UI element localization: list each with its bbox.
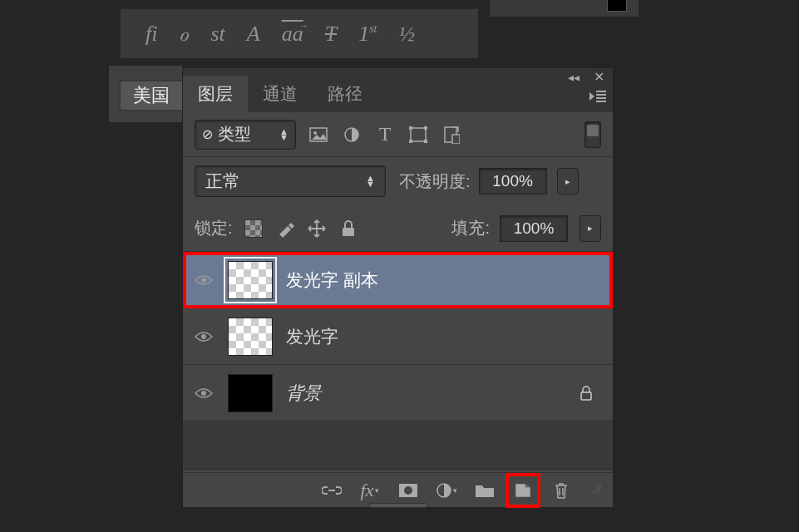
layer-lock-icon[interactable] (580, 386, 593, 401)
opacity-input[interactable]: 100% (479, 168, 547, 195)
ligature-st-icon[interactable]: st (210, 22, 224, 47)
layer-name[interactable]: 发光字 (286, 325, 601, 348)
svg-point-12 (201, 334, 206, 339)
layer-group-icon[interactable] (473, 479, 496, 502)
layer-row[interactable]: 发光字 副本 (183, 252, 613, 308)
layer-name[interactable]: 发光字 副本 (286, 268, 601, 292)
resize-grip-icon[interactable] (591, 484, 604, 497)
panel-footer: fx▾ ▾ (183, 472, 613, 507)
lock-transparency-icon[interactable] (243, 218, 264, 239)
blend-opacity-row: 正常 ▲▼ 不透明度: 100% ▸ (183, 157, 613, 205)
opacity-flyout-icon[interactable]: ▸ (557, 168, 579, 195)
svg-rect-4 (409, 126, 412, 130)
blend-mode-label: 正常 (205, 170, 240, 193)
fraction-icon[interactable]: ½ (399, 22, 416, 47)
dropdown-arrows-icon: ▲▼ (366, 175, 375, 187)
lock-fill-row: 锁定: 填充: 100% ▸ (183, 205, 613, 252)
layer-mask-icon[interactable] (397, 479, 420, 502)
svg-point-13 (201, 391, 206, 396)
fill-flyout-icon[interactable]: ▸ (580, 215, 601, 242)
filter-toggle-switch[interactable] (584, 121, 601, 148)
flyout-menu-icon[interactable] (589, 91, 606, 102)
layer-row[interactable]: 背景 (183, 365, 613, 421)
adjustment-layer-icon[interactable]: ▾ (435, 479, 458, 502)
layer-name[interactable]: 背景 (286, 382, 566, 405)
layers-list: 发光字 副本 发光字 背景 (183, 252, 613, 470)
filter-pixel-icon[interactable] (308, 125, 329, 145)
tab-channels[interactable]: 通道 (248, 76, 313, 112)
visibility-eye-icon[interactable] (195, 331, 215, 342)
lock-all-icon[interactable] (338, 218, 359, 239)
visibility-eye-icon[interactable] (195, 387, 215, 399)
ordinal-icon[interactable]: 1st (358, 22, 377, 47)
lock-label: 锁定: (195, 217, 233, 239)
layer-thumbnail[interactable] (228, 318, 273, 356)
swash-icon[interactable]: ℴ (179, 21, 189, 47)
layer-thumbnail[interactable] (228, 374, 273, 412)
svg-point-1 (313, 131, 317, 135)
search-icon: ⊘ (202, 126, 213, 142)
layers-panel: ◂◂ ✕ 图层 通道 路径 ⊘ 类型 ▲▼ T 正常 ▲▼ (182, 67, 614, 508)
svg-rect-10 (343, 228, 354, 236)
ligature-fi-icon[interactable]: fi (145, 22, 157, 47)
opacity-label: 不透明度: (399, 170, 471, 193)
filter-type-label: 类型 (218, 123, 251, 145)
stylistic-alt-icon[interactable]: aa→ (282, 22, 303, 47)
filter-type-dropdown[interactable]: ⊘ 类型 ▲▼ (195, 120, 296, 150)
new-layer-icon[interactable] (511, 479, 535, 502)
delete-layer-icon[interactable] (550, 479, 573, 502)
svg-rect-5 (424, 126, 427, 130)
layer-thumbnail[interactable] (228, 261, 273, 299)
svg-rect-3 (411, 128, 426, 141)
typography-toolbar: fi ℴ st A aa→ T 1st ½ (121, 8, 478, 58)
language-button[interactable]: 美国 (119, 80, 182, 111)
tab-layers[interactable]: 图层 (183, 76, 248, 112)
panel-tabs: 图层 通道 路径 (183, 81, 613, 112)
panel-drag-handle[interactable] (369, 503, 427, 508)
fill-label: 填充: (451, 217, 490, 239)
top-panel-remnant (489, 0, 639, 17)
tab-paths[interactable]: 路径 (313, 76, 377, 112)
filter-shape-icon[interactable] (407, 125, 429, 145)
layer-row[interactable]: 发光字 (183, 308, 613, 365)
ornament-icon[interactable]: T (325, 22, 337, 47)
lock-position-icon[interactable] (306, 218, 328, 239)
filter-smartobject-icon[interactable] (441, 125, 462, 145)
svg-point-16 (404, 486, 412, 495)
dropdown-arrows-icon: ▲▼ (279, 129, 289, 140)
svg-point-11 (201, 278, 206, 283)
lock-pixels-icon[interactable] (274, 218, 296, 239)
layer-effects-icon[interactable]: fx▾ (358, 479, 382, 502)
layer-filter-row: ⊘ 类型 ▲▼ T (183, 112, 613, 157)
svg-rect-6 (409, 140, 412, 143)
link-layers-icon[interactable] (320, 479, 343, 502)
filter-adjustment-icon[interactable] (341, 125, 363, 145)
svg-rect-7 (424, 140, 427, 143)
blend-mode-dropdown[interactable]: 正常 ▲▼ (195, 165, 386, 197)
filter-type-icon[interactable]: T (374, 125, 396, 145)
svg-rect-14 (581, 392, 591, 400)
color-swatch (607, 0, 627, 12)
titling-icon[interactable]: A (247, 22, 260, 47)
fill-input[interactable]: 100% (500, 215, 568, 242)
layers-empty-area (183, 421, 613, 470)
svg-rect-9 (452, 135, 460, 144)
visibility-eye-icon[interactable] (195, 274, 215, 286)
